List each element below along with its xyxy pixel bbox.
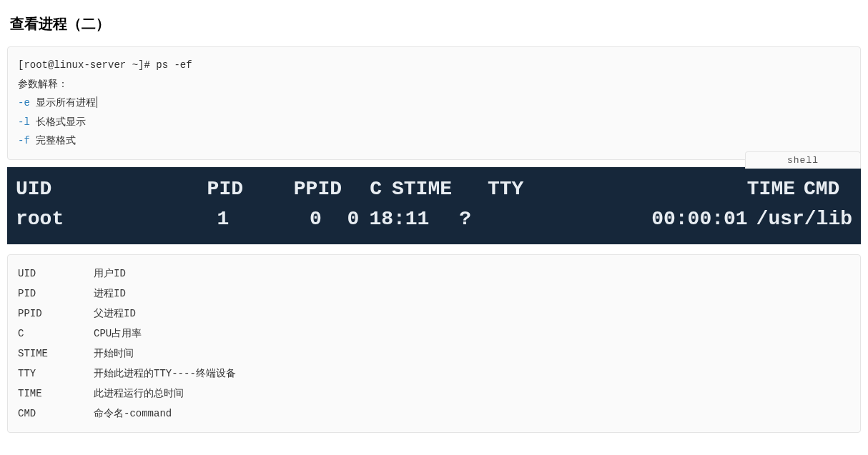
th-pid: PID (159, 174, 243, 204)
td-time: 00:00:01 (533, 204, 756, 234)
param-flag: -e (18, 97, 30, 109)
terminal-header-row: UID PID PPID C STIME TTY TIME CMD (16, 174, 852, 204)
terminal-data-row: root 1 0 0 18:11 ? 00:00:01 /usr/lib (16, 204, 852, 234)
terminal-wrapper: shell UID PID PPID C STIME TTY TIME CMD … (7, 167, 861, 244)
td-stime: 18:11 (359, 204, 459, 234)
description-value: 命令名-command (94, 404, 850, 424)
language-tag: shell (745, 151, 861, 169)
td-pid: 1 (150, 204, 230, 234)
text-cursor-icon (97, 96, 97, 108)
terminal-output: UID PID PPID C STIME TTY TIME CMD root 1… (7, 167, 861, 244)
param-line: -e 显示所有进程 (18, 94, 850, 113)
description-value: CPU占用率 (94, 324, 850, 344)
description-row: UID用户ID (18, 264, 850, 284)
explain-label: 参数解释： (18, 75, 850, 94)
param-flag: -l (18, 116, 30, 128)
description-key: C (18, 324, 94, 344)
param-line: -l 长格式显示 (18, 113, 850, 132)
shell-prompt-line: [root@linux-server ~]# ps -ef (18, 56, 850, 75)
th-cmd: CMD (804, 174, 839, 204)
th-stime: STIME (382, 174, 488, 204)
td-uid: root (16, 204, 150, 234)
description-row: PID进程ID (18, 284, 850, 304)
description-row: PPID父进程ID (18, 304, 850, 324)
th-time: TIME (566, 174, 804, 204)
field-description-block: UID用户IDPID进程IDPPID父进程IDCCPU占用率STIME开始时间T… (7, 254, 861, 433)
description-row: TTY开始此进程的TTY----终端设备 (18, 364, 850, 384)
td-tty: ? (459, 204, 533, 234)
description-row: STIME开始时间 (18, 344, 850, 364)
td-cmd: /usr/lib (756, 204, 852, 234)
description-key: TIME (18, 384, 94, 404)
description-value: 进程ID (94, 284, 850, 304)
th-tty: TTY (488, 174, 566, 204)
param-text: 完整格式 (30, 135, 76, 146)
description-row: CMD命令名-command (18, 404, 850, 424)
th-uid: UID (16, 174, 159, 204)
section-title: 查看进程（二） (10, 14, 861, 34)
description-value: 父进程ID (94, 304, 850, 324)
description-value: 开始时间 (94, 344, 850, 364)
command-explain-block: [root@linux-server ~]# ps -ef 参数解释： -e 显… (7, 46, 861, 160)
description-key: UID (18, 264, 94, 284)
param-flag: -f (18, 135, 30, 146)
param-text: 显示所有进程 (30, 97, 96, 109)
description-row: CCPU占用率 (18, 324, 850, 344)
td-ppid: 0 (229, 204, 321, 234)
param-text: 长格式显示 (30, 116, 86, 128)
param-line: -f 完整格式 (18, 131, 850, 151)
th-ppid: PPID (243, 174, 342, 204)
description-value: 用户ID (94, 264, 850, 284)
td-c: 0 (322, 204, 360, 234)
th-c: C (342, 174, 382, 204)
description-key: PID (18, 284, 94, 304)
description-value: 开始此进程的TTY----终端设备 (94, 364, 850, 384)
description-key: TTY (18, 364, 94, 384)
description-key: CMD (18, 404, 94, 424)
description-key: STIME (18, 344, 94, 364)
description-value: 此进程运行的总时间 (94, 384, 850, 404)
description-key: PPID (18, 304, 94, 324)
description-row: TIME此进程运行的总时间 (18, 384, 850, 404)
